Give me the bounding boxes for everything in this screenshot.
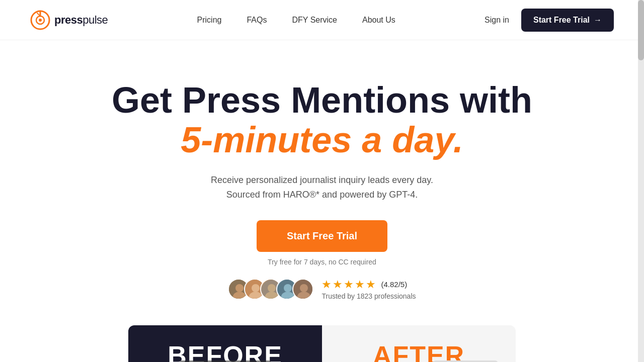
- stars: ★ ★ ★ ★ ★: [321, 278, 376, 291]
- before-after-container: BEFORE AFTER: [128, 325, 516, 362]
- nav-link-faqs[interactable]: FAQs: [247, 16, 267, 24]
- avatar-5: [292, 279, 313, 300]
- hero-cta: Start Free Trial Try free for 7 days, no…: [257, 220, 387, 266]
- star-5: ★: [366, 278, 376, 291]
- ratings-info: ★ ★ ★ ★ ★ (4.82/5) Trusted by 1823 profe…: [321, 278, 416, 300]
- after-panel: AFTER: [322, 325, 516, 362]
- hero-subtitle-line1: Receive personalized journalist inquiry …: [211, 175, 433, 185]
- social-proof: ★ ★ ★ ★ ★ (4.82/5) Trusted by 1823 profe…: [228, 278, 416, 300]
- hero-cta-subtext: Try free for 7 days, no CC required: [268, 258, 376, 266]
- start-trial-nav-button[interactable]: Start Free Trial →: [521, 9, 614, 32]
- logo-bold: press: [54, 14, 83, 26]
- nav-link-dfy-service[interactable]: DFY Service: [292, 16, 337, 24]
- svg-point-14: [284, 284, 292, 292]
- star-2: ★: [333, 278, 343, 291]
- hero-subtitle: Receive personalized journalist inquiry …: [211, 173, 433, 202]
- start-trial-hero-label: Start Free Trial: [287, 230, 357, 241]
- hero-title-line2-orange: 5-minutes a day.: [112, 120, 532, 160]
- tablet-mockup-after: [430, 358, 501, 362]
- svg-point-11: [268, 284, 276, 292]
- laptop-mockup-before: [170, 358, 281, 362]
- trusted-text: Trusted by 1823 professionals: [321, 292, 416, 300]
- svg-point-5: [235, 284, 244, 292]
- hero-title: Get Press Mentions with 5-minutes a day.: [112, 80, 532, 168]
- logo-icon: [30, 10, 50, 30]
- navbar: presspulse Pricing FAQs DFY Service Abou…: [0, 0, 644, 40]
- svg-point-17: [300, 284, 308, 292]
- start-trial-hero-button[interactable]: Start Free Trial: [257, 220, 387, 252]
- preview-section: BEFORE AFTER: [30, 325, 614, 362]
- hero-subtitle-line2: Sourced from HARO®* and powered by GPT-4…: [226, 190, 418, 200]
- start-trial-nav-arrow-icon: →: [594, 16, 602, 25]
- hero-section: Get Press Mentions with 5-minutes a day.…: [0, 40, 644, 362]
- star-4: ★: [355, 278, 365, 291]
- logo-link[interactable]: presspulse: [30, 10, 108, 30]
- sign-in-link[interactable]: Sign in: [485, 16, 509, 25]
- scrollbar[interactable]: [638, 0, 644, 362]
- logo-text: presspulse: [54, 14, 108, 27]
- star-1: ★: [321, 278, 332, 291]
- nav-links: Pricing FAQs DFY Service About Us: [197, 16, 395, 25]
- start-trial-nav-label: Start Free Trial: [533, 16, 590, 25]
- rating-score: (4.82/5): [381, 280, 407, 289]
- star-3: ★: [344, 278, 354, 291]
- avatar-group: [228, 279, 313, 300]
- nav-link-about-us[interactable]: About Us: [362, 16, 395, 24]
- hero-title-line1: Get Press Mentions with: [112, 80, 532, 120]
- before-panel: BEFORE: [128, 325, 322, 362]
- navbar-actions: Sign in Start Free Trial →: [485, 9, 614, 32]
- scrollbar-thumb[interactable]: [638, 0, 644, 60]
- svg-point-8: [252, 284, 260, 292]
- stars-row: ★ ★ ★ ★ ★ (4.82/5): [321, 278, 407, 291]
- nav-link-pricing[interactable]: Pricing: [197, 16, 222, 24]
- svg-point-2: [39, 19, 42, 22]
- logo-light: pulse: [83, 14, 108, 26]
